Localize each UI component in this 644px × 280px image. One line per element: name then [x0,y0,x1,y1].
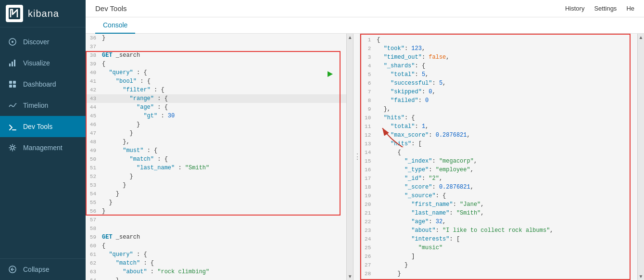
editor-line-48: 48 }, [86,138,346,146]
response-line-1: 1 { [360,36,637,44]
response-scrollbar[interactable]: ▲ ▼ [637,34,644,280]
visualize-label: Visualize [23,59,50,67]
editor-line-45: 45 "gt" : 30 [86,112,346,120]
top-header: Dev Tools History Settings He [86,0,644,17]
response-line-27: 27 } [360,261,637,269]
response-line-11: 11 "total": 1, [360,122,637,131]
response-scroll-down[interactable]: ▼ [639,274,644,279]
tab-console[interactable]: Console [95,17,135,34]
management-icon [8,143,17,153]
response-line-18: 18 "_score": 0.2876821, [360,183,637,191]
response-line-3: 3 "timed_out": false, [360,53,637,62]
sidebar-item-timelion[interactable]: Timelion [0,95,86,116]
response-line-25: 25 "music" [360,243,637,252]
editor-line-58: 58 [86,224,346,233]
scroll-down-arrow[interactable]: ▼ [348,274,353,279]
console-area: 36 } 37 38 GET _search [86,34,644,280]
header-actions: History Settings He [565,5,634,12]
response-line-21: 21 "last_name": "Smith", [360,209,637,217]
collapse-label: Collapse [23,266,49,273]
editor-code-area[interactable]: 36 } 37 38 GET _search [86,34,346,280]
help-button[interactable]: He [626,5,634,12]
editor-scrollbar[interactable]: ▲ ▼ [346,34,353,280]
visualize-icon [8,58,17,68]
editor-line-37: 37 [86,42,346,51]
response-scroll-up[interactable]: ▲ [639,35,644,40]
response-line-12: 12 "max_score": 0.2876821, [360,131,637,140]
devtools-label: Dev Tools [23,123,52,130]
kibana-logo-text: kibana [28,8,59,19]
dashboard-icon [8,79,17,89]
editor-line-59: 59 GET _search [86,233,346,242]
svg-point-2 [12,41,13,43]
editor-line-41: 41 "bool" : { [86,77,346,86]
response-line-28: 28 } [360,269,637,278]
editor-line-57: 57 [86,216,346,224]
collapse-button[interactable]: Collapse [8,265,78,274]
discover-label: Discover [23,38,49,46]
response-line-4: 4 "_shards": { [360,62,637,70]
editor-line-54: 54 } [86,190,346,198]
editor-line-42: 42 "filter" : { [86,86,346,94]
response-line-19: 19 "_source": { [360,191,637,200]
response-line-26: 26 ] [360,252,637,261]
svg-rect-7 [13,81,16,84]
editor-line-49: 49 "must" : { [86,146,346,155]
page-title: Dev Tools [95,4,127,13]
svg-rect-4 [12,62,13,66]
svg-rect-6 [9,81,12,84]
editor-line-43: 43 "range" : { [86,94,346,103]
editor-panel-wrapper: 36 } 37 38 GET _search [86,34,353,280]
editor-panel: 36 } 37 38 GET _search [86,34,354,280]
run-button[interactable] [325,69,335,79]
editor-line-52: 52 } [86,172,346,181]
history-button[interactable]: History [565,5,584,12]
scroll-up-arrow[interactable]: ▲ [348,35,353,40]
editor-line-46: 46 } [86,120,346,129]
response-line-15: 15 "_index": "megacorp", [360,157,637,165]
editor-line-50: 50 "match" : { [86,155,346,164]
editor-line-44: 44 "age" : { [86,103,346,112]
discover-icon [8,37,17,47]
resize-dots-icon: ⋮ [354,153,360,161]
response-line-24: 24 "interests": [ [360,235,637,243]
editor-line-63: 63 "about" : "rock climbing" [86,267,346,276]
response-line-23: 23 "about": "I like to collect rock albu… [360,226,637,235]
editor-line-47: 47 } [86,129,346,138]
management-label: Management [23,144,63,152]
svg-rect-3 [9,64,11,66]
response-line-16: 16 "_type": "employee", [360,165,637,174]
sidebar-item-discover[interactable]: Discover [0,31,86,52]
collapse-icon [8,265,17,274]
editor-line-55: 55 } [86,198,346,207]
settings-button[interactable]: Settings [594,5,617,12]
sidebar-item-visualize[interactable]: Visualize [0,52,86,74]
editor-line-38: 38 GET _search [86,51,346,60]
svg-rect-5 [14,60,15,66]
editor-line-53: 53 } [86,181,346,190]
dashboard-label: Dashboard [23,80,56,88]
logo-area: kibana [0,0,86,27]
response-line-9: 9 }, [360,105,637,114]
devtools-icon [8,122,17,131]
tab-bar: Console [86,17,644,34]
main-content: Dev Tools History Settings He Console 36… [86,0,644,280]
editor-line-62: 62 "match" : { [86,259,346,267]
response-code-area[interactable]: 1 { 2 "took": 123, 3 "timed_out": false,… [360,34,637,280]
editor-line-39: 39 { [86,60,346,68]
svg-rect-9 [13,85,16,88]
editor-line-56: 56 } [86,207,346,216]
sidebar-footer: Collapse [0,258,86,280]
editor-line-61: 61 "query" : { [86,250,346,259]
editor-line-51: 51 "last_name" : "Smith" [86,164,346,172]
svg-marker-13 [328,71,333,77]
sidebar-item-devtools[interactable]: Dev Tools [0,116,86,137]
response-line-14: 14 { [360,148,637,157]
response-line-20: 20 "first_name": "Jane", [360,200,637,209]
panel-resize-handle[interactable]: ⋮ [354,34,360,280]
editor-line-60: 60 { [86,242,346,250]
timelion-label: Timelion [23,102,48,109]
sidebar-item-dashboard[interactable]: Dashboard [0,74,86,95]
svg-point-11 [11,146,14,149]
sidebar-item-management[interactable]: Management [0,137,86,158]
